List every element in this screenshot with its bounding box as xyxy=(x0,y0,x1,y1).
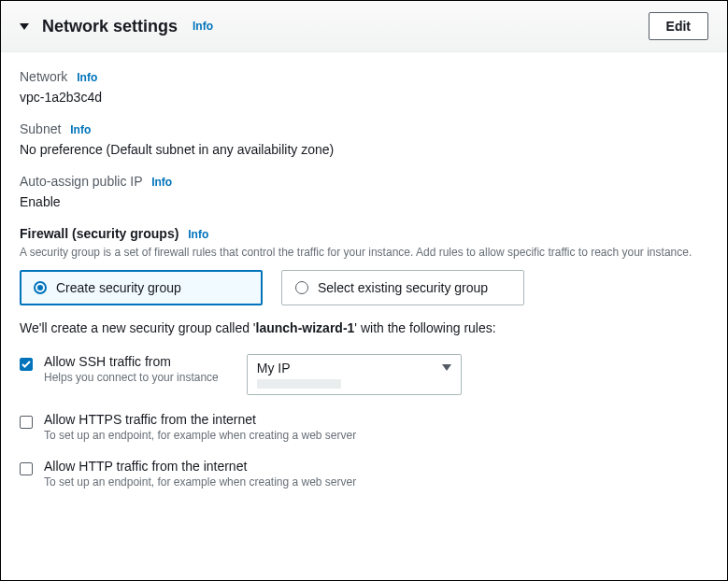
allow-https-label: Allow HTTPS traffic from the internet xyxy=(44,412,708,427)
subnet-label: Subnet Info xyxy=(20,121,708,136)
allow-ssh-left: Allow SSH traffic from Helps you connect… xyxy=(20,354,219,384)
radio-icon xyxy=(34,281,47,294)
checkbox-allow-ssh[interactable] xyxy=(20,358,33,371)
info-link-firewall[interactable]: Info xyxy=(188,228,208,241)
autoip-label: Auto-assign public IP Info xyxy=(20,174,708,189)
info-link-header[interactable]: Info xyxy=(193,20,213,33)
allow-http-label: Allow HTTP traffic from the internet xyxy=(44,459,708,474)
security-group-radio-row: Create security group Select existing se… xyxy=(20,270,708,305)
ssh-source-select[interactable]: My IP xyxy=(247,354,462,395)
dropdown-top: My IP xyxy=(257,361,451,376)
checkbox-allow-http[interactable] xyxy=(20,462,33,475)
network-value: vpc-1a2b3c4d xyxy=(20,90,708,105)
radio-select-label: Select existing security group xyxy=(318,280,488,295)
allow-https-text: Allow HTTPS traffic from the internet To… xyxy=(44,412,708,442)
panel-title: Network settings xyxy=(42,17,178,36)
panel-body: Network Info vpc-1a2b3c4d Subnet Info No… xyxy=(1,52,727,524)
subnet-value: No preference (Default subnet in any ava… xyxy=(20,142,708,157)
autoip-value: Enable xyxy=(20,194,708,209)
ip-address-redacted xyxy=(257,379,341,389)
radio-create-label: Create security group xyxy=(56,280,181,295)
info-link-network[interactable]: Info xyxy=(77,71,97,84)
firewall-field: Firewall (security groups) Info A securi… xyxy=(20,226,708,489)
autoip-label-text: Auto-assign public IP xyxy=(20,174,142,189)
allow-ssh-text: Allow SSH traffic from Helps you connect… xyxy=(44,354,219,384)
network-settings-panel: Network settings Info Edit Network Info … xyxy=(0,0,728,581)
firewall-label: Firewall (security groups) Info xyxy=(20,226,708,241)
edit-button[interactable]: Edit xyxy=(649,12,708,40)
allow-http-row: Allow HTTP traffic from the internet To … xyxy=(20,459,708,489)
allow-ssh-hint: Helps you connect to your instance xyxy=(44,371,219,384)
panel-header: Network settings Info Edit xyxy=(1,1,727,52)
checkbox-allow-https[interactable] xyxy=(20,416,33,429)
chevron-down-icon[interactable] xyxy=(20,23,29,30)
panel-header-left: Network settings Info xyxy=(20,17,213,36)
ssh-source-value: My IP xyxy=(257,361,291,376)
radio-select-existing-security-group[interactable]: Select existing security group xyxy=(281,270,524,305)
radio-create-security-group[interactable]: Create security group xyxy=(20,270,263,305)
sg-name: launch-wizard-1 xyxy=(256,320,355,335)
allow-http-hint: To set up an endpoint, for example when … xyxy=(44,475,708,489)
allow-http-text: Allow HTTP traffic from the internet To … xyxy=(44,459,708,489)
security-group-info: We'll create a new security group called… xyxy=(20,320,708,335)
sg-info-prefix: We'll create a new security group called… xyxy=(20,320,256,335)
allow-https-hint: To set up an endpoint, for example when … xyxy=(44,429,708,442)
sg-info-suffix: ' with the following rules: xyxy=(354,320,495,335)
network-label-text: Network xyxy=(20,69,67,84)
network-field: Network Info vpc-1a2b3c4d xyxy=(20,69,708,105)
network-label: Network Info xyxy=(20,69,708,84)
subnet-label-text: Subnet xyxy=(20,121,61,136)
radio-icon xyxy=(295,281,308,294)
chevron-down-icon xyxy=(442,364,451,371)
allow-ssh-label: Allow SSH traffic from xyxy=(44,354,219,369)
autoip-field: Auto-assign public IP Info Enable xyxy=(20,174,708,209)
info-link-subnet[interactable]: Info xyxy=(70,123,91,136)
allow-https-row: Allow HTTPS traffic from the internet To… xyxy=(20,412,708,442)
checkmark-icon xyxy=(21,361,31,368)
subnet-field: Subnet Info No preference (Default subne… xyxy=(20,121,708,157)
firewall-label-text: Firewall (security groups) xyxy=(20,226,178,241)
firewall-description: A security group is a set of firewall ru… xyxy=(20,245,708,261)
info-link-autoip[interactable]: Info xyxy=(151,176,172,189)
allow-ssh-row: Allow SSH traffic from Helps you connect… xyxy=(20,354,708,395)
